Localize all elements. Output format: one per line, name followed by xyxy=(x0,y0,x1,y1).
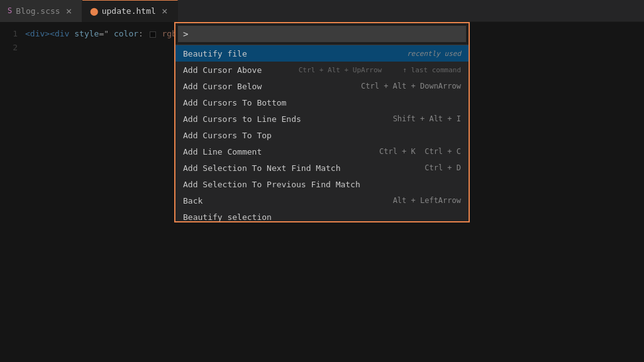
command-palette-overlay: Beautify file recently used Add Cursor A… xyxy=(0,22,644,362)
tab-close-update[interactable]: × xyxy=(160,5,170,17)
command-shortcut: Shift + Alt + I xyxy=(393,114,461,123)
command-label: Beautify selection xyxy=(183,212,461,222)
command-list: Beautify file recently used Add Cursor A… xyxy=(175,45,469,221)
command-item-add-line-comment[interactable]: Add Line Comment Ctrl + K Ctrl + C xyxy=(175,143,469,160)
command-item-add-cursor-above[interactable]: Add Cursor Above Ctrl + Alt + UpArrow ↑ … xyxy=(175,62,469,78)
command-item-add-cursors-line-ends[interactable]: Add Cursors to Line Ends Shift + Alt + I xyxy=(175,111,469,127)
command-item-beautify-file[interactable]: Beautify file recently used xyxy=(175,45,469,62)
tab-bar: S Blog.scss × ⬤ update.html × xyxy=(0,0,644,22)
command-label: Add Cursors to Line Ends xyxy=(183,114,387,124)
command-label: Add Cursor Above xyxy=(183,65,292,75)
command-item-beautify-selection[interactable]: Beautify selection xyxy=(175,209,469,221)
command-item-add-selection-next[interactable]: Add Selection To Next Find Match Ctrl + … xyxy=(175,160,469,176)
command-palette: Beautify file recently used Add Cursor A… xyxy=(174,22,470,222)
tab-label: Blog.scss xyxy=(16,6,60,16)
command-label: Add Cursors To Top xyxy=(183,131,461,140)
command-item-add-cursors-top[interactable]: Add Cursors To Top xyxy=(175,127,469,143)
command-label: Add Selection To Next Find Match xyxy=(183,163,418,173)
command-label: Back xyxy=(183,196,387,206)
command-item-add-cursors-bottom[interactable]: Add Cursors To Bottom xyxy=(175,94,469,111)
command-input-wrapper xyxy=(175,23,469,45)
command-label: Add Selection To Previous Find Match xyxy=(183,180,461,189)
command-item-add-cursor-below[interactable]: Add Cursor Below Ctrl + Alt + DownArrow xyxy=(175,78,469,94)
tab-update-html[interactable]: ⬤ update.html × xyxy=(82,0,178,22)
html-icon: ⬤ xyxy=(90,7,98,16)
command-shortcut: Ctrl + Alt + UpArrow ↑ last command xyxy=(299,66,461,74)
command-label: Add Cursors To Bottom xyxy=(183,98,461,107)
command-label: Beautify file xyxy=(183,49,407,58)
command-item-add-selection-prev[interactable]: Add Selection To Previous Find Match xyxy=(175,176,469,192)
command-search-input[interactable] xyxy=(178,26,466,42)
command-shortcut: Ctrl + K Ctrl + C xyxy=(379,147,461,156)
command-shortcut: Ctrl + Alt + DownArrow xyxy=(361,82,461,90)
command-label: Add Cursor Below xyxy=(183,82,355,91)
command-item-back[interactable]: Back Alt + LeftArrow xyxy=(175,192,469,209)
command-label: Add Line Comment xyxy=(183,147,373,156)
tab-close-blog[interactable]: × xyxy=(64,5,74,17)
recently-used-badge: recently used xyxy=(407,50,461,58)
command-shortcut: Alt + LeftArrow xyxy=(393,196,461,205)
command-shortcut: Ctrl + D xyxy=(425,163,461,172)
tab-blog-scss[interactable]: S Blog.scss × xyxy=(0,0,82,22)
tab-label: update.html xyxy=(102,6,156,16)
scss-icon: S xyxy=(8,6,12,15)
